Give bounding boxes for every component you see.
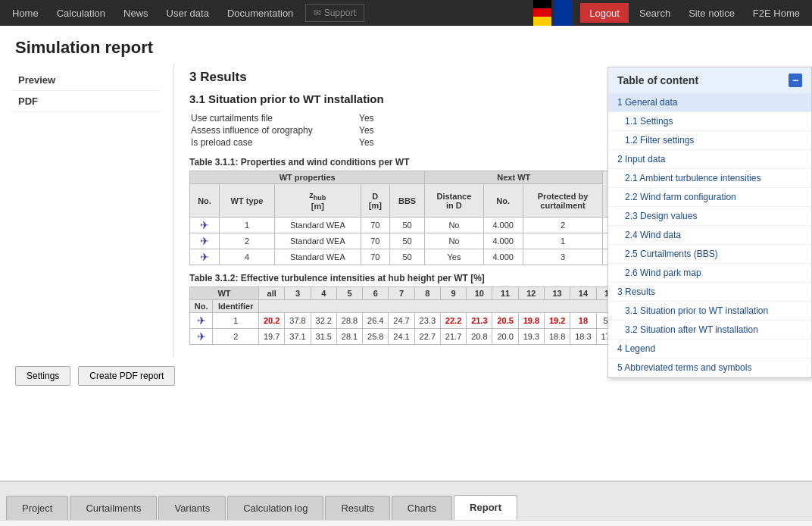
- toc-item-2-6[interactable]: 2.6 Wind park map: [608, 264, 811, 283]
- tab-variants[interactable]: Variants: [158, 496, 226, 520]
- sidebar-pdf[interactable]: PDF: [12, 91, 161, 112]
- cell-dist: 4.000: [483, 249, 523, 265]
- bottom-tabs: Project Curtailments Variants Calculatio…: [0, 481, 812, 520]
- col-10: 10: [467, 287, 492, 300]
- cell-zhub: 70: [361, 218, 389, 233]
- sidebar-preview[interactable]: Preview: [12, 70, 161, 91]
- toc-item-3[interactable]: 3 Results: [608, 283, 811, 302]
- toc-minimize-button[interactable]: −: [789, 74, 802, 87]
- cell-c9: 22.2: [440, 313, 466, 329]
- toc-item-2-3[interactable]: 2.3 Design values: [608, 207, 811, 226]
- tab-calculation-log[interactable]: Calculation log: [227, 496, 323, 520]
- col-5: 5: [336, 287, 362, 300]
- cell-no: 1: [220, 218, 275, 233]
- toc-item-2-1[interactable]: 2.1 Ambient turbulence intensities: [608, 169, 811, 188]
- nav-site-notice[interactable]: Site notice: [679, 0, 744, 26]
- tab-report[interactable]: Report: [454, 495, 517, 520]
- cell-c3: 37.8: [285, 313, 311, 329]
- toc-header: Table of content −: [608, 67, 811, 93]
- cell-next-no: 2: [523, 218, 602, 233]
- toc-item-1[interactable]: 1 General data: [608, 93, 811, 112]
- cell-c8: 22.7: [414, 329, 440, 345]
- cell-type: Standard WEA: [275, 218, 361, 233]
- col-no2: No.: [190, 300, 213, 313]
- settings-button[interactable]: Settings: [15, 366, 70, 386]
- nav-documentation[interactable]: Documentation: [218, 0, 302, 26]
- tab-project[interactable]: Project: [6, 496, 68, 520]
- flag-german[interactable]: [533, 0, 551, 26]
- cell-next-no: 3: [523, 249, 602, 265]
- nav-home[interactable]: Home: [3, 0, 48, 26]
- cell-c11: 20.0: [492, 329, 518, 345]
- col-identifier: Identifier: [213, 300, 259, 313]
- toc-item-2-5[interactable]: 2.5 Curtailments (BBS): [608, 245, 811, 264]
- create-pdf-button[interactable]: Create PDF report: [78, 366, 175, 386]
- cell-no: 2: [213, 329, 259, 345]
- col-14: 14: [570, 287, 596, 300]
- cell-c12: 19.3: [518, 329, 544, 345]
- col-9: 9: [440, 287, 466, 300]
- col-dist: Distancein D: [425, 184, 483, 218]
- cell-c12: 19.8: [518, 313, 544, 329]
- cell-d: 50: [389, 218, 424, 233]
- cell-dist: 4.000: [483, 218, 523, 233]
- col-8: 8: [414, 287, 440, 300]
- cell-next-no: 1: [523, 233, 602, 249]
- logout-button[interactable]: Logout: [580, 3, 629, 23]
- cell-c3: 37.1: [285, 329, 311, 345]
- col-d: D[m]: [361, 184, 389, 218]
- cell-wt-icon: ✈: [190, 249, 220, 265]
- cell-zhub: 70: [361, 233, 389, 249]
- tab-results[interactable]: Results: [325, 496, 389, 520]
- col-4: 4: [311, 287, 336, 300]
- cell-bbs: No: [425, 233, 483, 249]
- prop-label-0: Use curtailments file: [191, 113, 358, 124]
- language-flags: [527, 0, 579, 26]
- footer: © Copyright 2008-2018 F2E Fluid & Energy…: [0, 520, 812, 526]
- cell-no: 4: [220, 249, 275, 265]
- nav-search[interactable]: Search: [630, 0, 679, 26]
- cell-dist: 4.000: [483, 233, 523, 249]
- nav-news[interactable]: News: [114, 0, 158, 26]
- toc-item-3-1[interactable]: 3.1 Situation prior to WT installation: [608, 302, 811, 321]
- wt-props-header: WT properties: [190, 171, 425, 184]
- cell-c6: 26.4: [363, 313, 389, 329]
- cell-c13: 18.8: [545, 329, 570, 345]
- cell-d: 50: [389, 249, 424, 265]
- col-bbs: BBS: [389, 184, 424, 218]
- cell-c5: 28.8: [336, 313, 362, 329]
- col-no: No.: [190, 184, 220, 218]
- cell-c7: 24.7: [389, 313, 414, 329]
- cell-c10: 21.3: [467, 313, 492, 329]
- nav-user-data[interactable]: User data: [158, 0, 218, 26]
- nav-calculation[interactable]: Calculation: [48, 0, 114, 26]
- cell-c6: 25.8: [363, 329, 389, 345]
- toc-item-2-4[interactable]: 2.4 Wind data: [608, 226, 811, 245]
- toc-item-3-2[interactable]: 3.2 Situation after WT installation: [608, 321, 811, 340]
- prop-label-1: Assess influence of orography: [191, 125, 358, 136]
- cell-wt-icon: ✈: [190, 218, 220, 233]
- tab-curtailments[interactable]: Curtailments: [70, 496, 157, 520]
- cell-wt-icon: ✈: [190, 233, 220, 249]
- toc-item-5[interactable]: 5 Abbreviated terms and symbols: [608, 358, 811, 377]
- cell-bbs: No: [425, 218, 483, 233]
- prop-label-2: Is preload case: [191, 137, 358, 148]
- toc-item-1-2[interactable]: 1.2 Filter settings: [608, 131, 811, 150]
- nav-f2e-home[interactable]: F2E Home: [744, 0, 809, 26]
- tab-charts[interactable]: Charts: [392, 496, 452, 520]
- toc-item-1-1[interactable]: 1.1 Settings: [608, 112, 811, 131]
- toc-item-2[interactable]: 2 Input data: [608, 150, 811, 169]
- nav-support[interactable]: ✉ Support: [305, 4, 364, 22]
- prop-value-1: Yes: [359, 125, 374, 136]
- prop-value-0: Yes: [359, 113, 374, 124]
- cell-icon: ✈: [190, 329, 213, 345]
- prop-value-2: Yes: [359, 137, 374, 148]
- properties-table: Use curtailments file Yes Assess influen…: [189, 111, 376, 149]
- cell-c7: 24.1: [389, 329, 414, 345]
- wt-header2: WT: [190, 287, 259, 300]
- page-title: Simulation report: [0, 26, 812, 64]
- toc-item-2-2[interactable]: 2.2 Wind farm configuration: [608, 188, 811, 207]
- flag-english[interactable]: [554, 0, 573, 26]
- toc-item-4[interactable]: 4 Legend: [608, 340, 811, 358]
- cell-no: 2: [220, 233, 275, 249]
